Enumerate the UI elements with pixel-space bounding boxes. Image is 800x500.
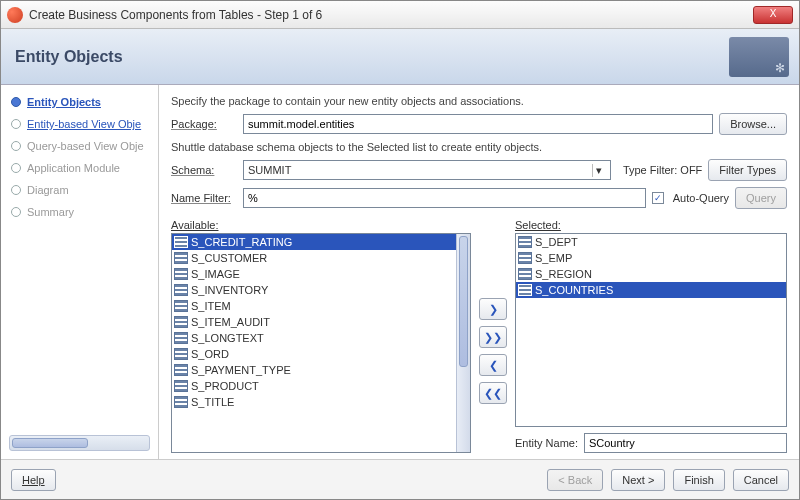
available-item-label: S_ITEM_AUDIT xyxy=(191,316,270,328)
available-label: Available: xyxy=(171,219,471,231)
step-dot-icon xyxy=(11,119,21,129)
available-listbox[interactable]: S_CREDIT_RATINGS_CUSTOMERS_IMAGES_INVENT… xyxy=(171,233,471,453)
available-item[interactable]: S_PAYMENT_TYPE xyxy=(172,362,456,378)
table-icon xyxy=(518,284,532,296)
close-button[interactable]: X xyxy=(753,6,793,24)
arrow-right-icon: ❯ xyxy=(489,303,498,316)
available-item[interactable]: S_CREDIT_RATING xyxy=(172,234,456,250)
available-scrollbar[interactable] xyxy=(456,234,470,452)
step-dot-icon xyxy=(11,185,21,195)
available-item-label: S_IMAGE xyxy=(191,268,240,280)
selected-item[interactable]: S_COUNTRIES xyxy=(516,282,786,298)
available-item-label: S_PAYMENT_TYPE xyxy=(191,364,291,376)
entity-name-input[interactable] xyxy=(584,433,787,453)
scrollbar-thumb[interactable] xyxy=(459,236,468,367)
table-icon xyxy=(174,348,188,360)
wizard-steps-sidebar: Entity ObjectsEntity-based View ObjeQuer… xyxy=(1,85,159,459)
step-diagram: Diagram xyxy=(9,179,154,201)
cancel-button[interactable]: Cancel xyxy=(733,469,789,491)
table-icon xyxy=(174,252,188,264)
move-right-button[interactable]: ❯ xyxy=(479,298,507,320)
available-item[interactable]: S_PRODUCT xyxy=(172,378,456,394)
help-button[interactable]: Help xyxy=(11,469,56,491)
entity-name-row: Entity Name: xyxy=(515,433,787,453)
name-filter-row: Name Filter: ✓ Auto-Query Query xyxy=(171,187,787,209)
available-item[interactable]: S_ORD xyxy=(172,346,456,362)
available-item[interactable]: S_ITEM xyxy=(172,298,456,314)
next-button[interactable]: Next > xyxy=(611,469,665,491)
move-left-button[interactable]: ❮ xyxy=(479,354,507,376)
schema-label: Schema: xyxy=(171,164,237,176)
next-button-label: Next > xyxy=(622,474,654,486)
scrollbar-thumb[interactable] xyxy=(12,438,88,448)
shuttle-container: Available: S_CREDIT_RATINGS_CUSTOMERS_IM… xyxy=(171,219,787,453)
available-item-label: S_INVENTORY xyxy=(191,284,268,296)
move-all-left-button[interactable]: ❮❮ xyxy=(479,382,507,404)
schema-row: Schema: SUMMIT ▾ Type Filter: OFF Filter… xyxy=(171,159,787,181)
auto-query-label[interactable]: Auto-Query xyxy=(673,192,729,204)
selected-item-label: S_COUNTRIES xyxy=(535,284,613,296)
table-icon xyxy=(174,284,188,296)
selected-item[interactable]: S_REGION xyxy=(516,266,786,282)
wizard-window: Create Business Components from Tables -… xyxy=(0,0,800,500)
step-label: Query-based View Obje xyxy=(27,140,144,152)
wizard-footer: Help < Back Next > Finish Cancel xyxy=(1,459,799,499)
name-filter-input[interactable] xyxy=(243,188,646,208)
arrow-left-icon: ❮ xyxy=(489,359,498,372)
app-icon xyxy=(7,7,23,23)
finish-button[interactable]: Finish xyxy=(673,469,724,491)
query-button: Query xyxy=(735,187,787,209)
available-item-label: S_TITLE xyxy=(191,396,234,408)
table-icon xyxy=(518,268,532,280)
selected-item[interactable]: S_EMP xyxy=(516,250,786,266)
step-label: Application Module xyxy=(27,162,120,174)
instruction-shuttle: Shuttle database schema objects to the S… xyxy=(171,141,787,153)
available-item[interactable]: S_CUSTOMER xyxy=(172,250,456,266)
step-entity-based-view-objects[interactable]: Entity-based View Obje xyxy=(9,113,154,135)
schema-select[interactable]: SUMMIT ▾ xyxy=(243,160,611,180)
available-item[interactable]: S_ITEM_AUDIT xyxy=(172,314,456,330)
step-application-module: Application Module xyxy=(9,157,154,179)
selected-item-label: S_REGION xyxy=(535,268,592,280)
available-item[interactable]: S_INVENTORY xyxy=(172,282,456,298)
auto-query-checkbox[interactable]: ✓ xyxy=(652,192,664,204)
step-summary: Summary xyxy=(9,201,154,223)
selected-item-label: S_EMP xyxy=(535,252,572,264)
step-dot-icon xyxy=(11,97,21,107)
step-label: Diagram xyxy=(27,184,69,196)
table-icon xyxy=(174,300,188,312)
browse-button[interactable]: Browse... xyxy=(719,113,787,135)
step-dot-icon xyxy=(11,163,21,173)
window-title: Create Business Components from Tables -… xyxy=(29,8,753,22)
wizard-main-panel: Specify the package to contain your new … xyxy=(159,85,799,459)
selected-column: Selected: S_DEPTS_EMPS_REGIONS_COUNTRIES… xyxy=(515,219,787,453)
package-input[interactable] xyxy=(243,114,713,134)
sidebar-horizontal-scrollbar[interactable] xyxy=(9,435,150,451)
step-label: Summary xyxy=(27,206,74,218)
step-entity-objects[interactable]: Entity Objects xyxy=(9,91,154,113)
header-decoration-icon xyxy=(729,37,789,77)
available-item-label: S_PRODUCT xyxy=(191,380,259,392)
selected-item[interactable]: S_DEPT xyxy=(516,234,786,250)
selected-listbox[interactable]: S_DEPTS_EMPS_REGIONS_COUNTRIES xyxy=(515,233,787,427)
help-button-label: Help xyxy=(22,474,45,486)
double-arrow-left-icon: ❮❮ xyxy=(484,387,502,400)
step-link-label[interactable]: Entity Objects xyxy=(27,96,101,108)
available-column: Available: S_CREDIT_RATINGS_CUSTOMERS_IM… xyxy=(171,219,471,453)
move-all-right-button[interactable]: ❯❯ xyxy=(479,326,507,348)
available-item[interactable]: S_IMAGE xyxy=(172,266,456,282)
available-item-label: S_ORD xyxy=(191,348,229,360)
back-button: < Back xyxy=(547,469,603,491)
table-icon xyxy=(174,332,188,344)
entity-name-label: Entity Name: xyxy=(515,437,578,449)
step-link-label[interactable]: Entity-based View Obje xyxy=(27,118,141,130)
wizard-body: Entity ObjectsEntity-based View ObjeQuer… xyxy=(1,85,799,459)
step-query-based-view-objects: Query-based View Obje xyxy=(9,135,154,157)
step-dot-icon xyxy=(11,207,21,217)
filter-types-button[interactable]: Filter Types xyxy=(708,159,787,181)
available-item[interactable]: S_LONGTEXT xyxy=(172,330,456,346)
available-item[interactable]: S_TITLE xyxy=(172,394,456,410)
table-icon xyxy=(518,236,532,248)
table-icon xyxy=(174,396,188,408)
browse-button-label: Browse... xyxy=(730,118,776,130)
